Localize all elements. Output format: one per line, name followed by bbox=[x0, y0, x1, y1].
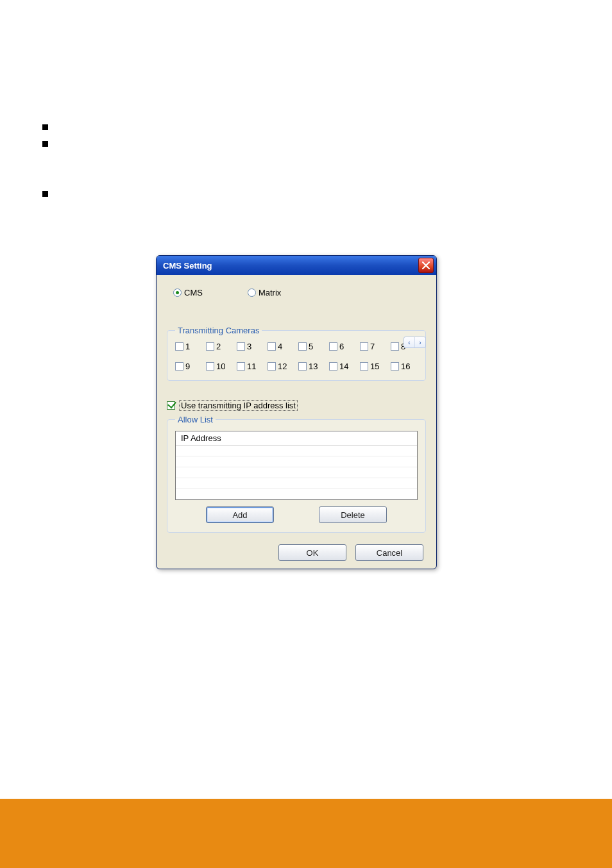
camera-label: 12 bbox=[278, 362, 287, 371]
dialog-action-buttons: OK Cancel bbox=[167, 544, 426, 561]
camera-label: 4 bbox=[278, 342, 282, 351]
chevron-left-icon: ‹ bbox=[408, 339, 410, 346]
bullet-icon bbox=[42, 191, 48, 197]
checkbox-icon bbox=[360, 342, 368, 351]
table-row[interactable] bbox=[176, 446, 417, 456]
allow-list-group: Allow List IP Address Add Delete bbox=[167, 415, 426, 533]
close-button[interactable] bbox=[418, 258, 434, 273]
camera-label: 16 bbox=[401, 362, 410, 371]
camera-checkbox-11[interactable]: 11 bbox=[237, 362, 264, 371]
checkbox-icon bbox=[237, 342, 245, 351]
checkbox-icon bbox=[391, 342, 399, 351]
checkbox-icon bbox=[391, 362, 399, 371]
camera-checkbox-13[interactable]: 13 bbox=[298, 362, 325, 371]
camera-checkbox-2[interactable]: 2 bbox=[206, 342, 233, 351]
chevron-right-icon: › bbox=[419, 339, 421, 346]
camera-pager: ‹ › bbox=[404, 337, 426, 348]
camera-label: 1 bbox=[185, 342, 190, 351]
button-label: Cancel bbox=[377, 548, 402, 558]
camera-checkbox-16[interactable]: 16 bbox=[391, 362, 418, 371]
use-ip-list-option[interactable]: Use transmitting IP address list bbox=[167, 400, 426, 411]
radio-cms[interactable]: CMS bbox=[173, 288, 203, 297]
radio-label: Matrix bbox=[259, 288, 281, 297]
camera-label: 15 bbox=[370, 362, 379, 371]
window-title: CMS Setting bbox=[163, 261, 212, 271]
ip-column-header: IP Address bbox=[176, 431, 417, 446]
bullet-icon bbox=[42, 124, 48, 130]
checkbox-icon bbox=[329, 342, 337, 351]
transmitting-cameras-group: Transmitting Cameras 1234567891011121314… bbox=[167, 326, 426, 381]
checkbox-icon bbox=[175, 362, 183, 371]
camera-checkbox-4[interactable]: 4 bbox=[268, 342, 294, 351]
cancel-button[interactable]: Cancel bbox=[355, 544, 423, 561]
checkbox-icon bbox=[167, 401, 175, 410]
radio-label: CMS bbox=[184, 288, 203, 297]
camera-label: 3 bbox=[247, 342, 251, 351]
checkbox-icon bbox=[175, 342, 183, 351]
checkbox-icon bbox=[360, 362, 368, 371]
checkbox-icon bbox=[206, 362, 214, 371]
use-ip-list-label: Use transmitting IP address list bbox=[179, 400, 298, 411]
checkbox-icon bbox=[268, 342, 276, 351]
add-button[interactable]: Add bbox=[206, 506, 274, 523]
camera-label: 14 bbox=[339, 362, 348, 371]
button-label: OK bbox=[307, 548, 319, 558]
table-row[interactable] bbox=[176, 456, 417, 467]
button-label: Delete bbox=[341, 510, 365, 520]
camera-checkbox-5[interactable]: 5 bbox=[298, 342, 325, 351]
table-row[interactable] bbox=[176, 489, 417, 499]
checkbox-icon bbox=[268, 362, 276, 371]
delete-button[interactable]: Delete bbox=[319, 506, 387, 523]
ip-address-table[interactable]: IP Address bbox=[175, 431, 418, 500]
dialog-body: CMS Matrix ‹ › Transmitting Cameras 1234… bbox=[157, 275, 436, 569]
table-row[interactable] bbox=[176, 467, 417, 478]
cameras-legend: Transmitting Cameras bbox=[175, 326, 262, 335]
checkbox-icon bbox=[298, 362, 307, 371]
radio-icon bbox=[173, 288, 182, 297]
radio-matrix[interactable]: Matrix bbox=[248, 288, 281, 297]
title-bar[interactable]: CMS Setting bbox=[157, 256, 436, 275]
camera-grid: 12345678910111213141516 bbox=[175, 342, 418, 371]
bullet-icon bbox=[42, 141, 48, 147]
button-label: Add bbox=[232, 510, 247, 520]
camera-label: 5 bbox=[309, 342, 313, 351]
camera-checkbox-12[interactable]: 12 bbox=[268, 362, 294, 371]
camera-checkbox-10[interactable]: 10 bbox=[206, 362, 233, 371]
cms-setting-dialog: CMS Setting CMS Matrix ‹ bbox=[156, 255, 437, 569]
pager-prev-button[interactable]: ‹ bbox=[404, 337, 415, 347]
checkbox-icon bbox=[329, 362, 337, 371]
camera-label: 2 bbox=[216, 342, 221, 351]
camera-checkbox-3[interactable]: 3 bbox=[237, 342, 264, 351]
close-icon bbox=[421, 260, 431, 271]
camera-checkbox-15[interactable]: 15 bbox=[360, 362, 387, 371]
table-row[interactable] bbox=[176, 478, 417, 489]
camera-label: 6 bbox=[339, 342, 344, 351]
checkbox-icon bbox=[237, 362, 245, 371]
camera-label: 11 bbox=[247, 362, 256, 371]
page-root: CMS Setting CMS Matrix ‹ bbox=[0, 0, 612, 868]
camera-checkbox-6[interactable]: 6 bbox=[329, 342, 356, 351]
camera-checkbox-9[interactable]: 9 bbox=[175, 362, 202, 371]
camera-label: 9 bbox=[185, 362, 190, 371]
allow-list-buttons: Add Delete bbox=[175, 506, 418, 523]
ok-button[interactable]: OK bbox=[278, 544, 346, 561]
camera-label: 7 bbox=[370, 342, 375, 351]
camera-label: 10 bbox=[216, 362, 225, 371]
pager-next-button[interactable]: › bbox=[415, 337, 425, 347]
mode-radio-group: CMS Matrix bbox=[173, 288, 426, 297]
checkbox-icon bbox=[206, 342, 214, 351]
footer-bar bbox=[0, 799, 612, 868]
radio-icon bbox=[248, 288, 256, 297]
camera-checkbox-7[interactable]: 7 bbox=[360, 342, 387, 351]
allow-list-legend: Allow List bbox=[175, 415, 216, 424]
camera-label: 13 bbox=[309, 362, 318, 371]
camera-checkbox-1[interactable]: 1 bbox=[175, 342, 202, 351]
camera-checkbox-14[interactable]: 14 bbox=[329, 362, 356, 371]
checkbox-icon bbox=[298, 342, 307, 351]
